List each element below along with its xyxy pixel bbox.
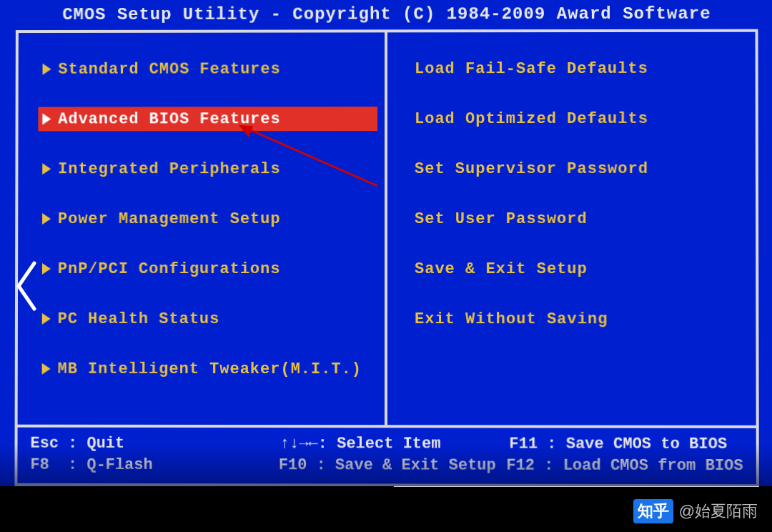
menu-pc-health-status[interactable]: PC Health Status	[38, 307, 377, 331]
footer-f11: F11 : Save CMOS to BIOS	[509, 433, 743, 455]
footer-esc: Esc : Quit	[30, 433, 279, 455]
menu-label: PnP/PCI Configurations	[58, 260, 281, 277]
footer-f12: F12 : Load CMOS from BIOS	[506, 455, 743, 478]
menu-set-user-password[interactable]: Set User Password	[407, 207, 748, 231]
menu-load-optimized-defaults[interactable]: Load Optimized Defaults	[407, 107, 748, 131]
bios-footer: Esc : Quit ↑↓→←: Select Item F11 : Save …	[17, 425, 756, 485]
menu-set-supervisor-password[interactable]: Set Supervisor Password	[407, 157, 748, 181]
triangle-icon	[43, 64, 51, 75]
bios-title: CMOS Setup Utility - Copyright (C) 1984-…	[1, 0, 772, 30]
menu-pnp-pci-configurations[interactable]: PnP/PCI Configurations	[38, 257, 377, 281]
triangle-icon	[42, 213, 51, 225]
menu-label: Advanced BIOS Features	[58, 110, 280, 128]
menu-label: Save & Exit Setup	[415, 260, 588, 278]
triangle-icon	[42, 313, 51, 325]
menu-right-column: Load Fail-Safe Defaults Load Optimized D…	[387, 32, 756, 425]
triangle-icon	[42, 163, 51, 174]
menu-label: MB Intelligent Tweaker(M.I.T.)	[58, 360, 362, 378]
menu-label: Standard CMOS Features	[58, 60, 280, 78]
menu-label: Power Management Setup	[58, 210, 281, 228]
menu-integrated-peripherals[interactable]: Integrated Peripherals	[38, 157, 377, 181]
menu-label: Integrated Peripherals	[58, 160, 281, 178]
menu-exit-without-saving[interactable]: Exit Without Saving	[407, 307, 748, 331]
menu-label: Set Supervisor Password	[415, 159, 648, 177]
menu-advanced-bios-features[interactable]: Advanced BIOS Features	[38, 107, 377, 131]
menu-label: PC Health Status	[58, 310, 220, 327]
triangle-icon	[42, 363, 51, 375]
bios-screen: CMOS Setup Utility - Copyright (C) 1984-…	[0, 0, 772, 486]
menu-save-exit-setup[interactable]: Save & Exit Setup	[407, 257, 748, 281]
bios-main-box: Standard CMOS Features Advanced BIOS Fea…	[14, 29, 759, 488]
footer-f10: F10 : Save & Exit Setup	[279, 455, 507, 477]
footer-row-1: Esc : Quit ↑↓→←: Select Item F11 : Save …	[30, 433, 743, 455]
menu-power-management-setup[interactable]: Power Management Setup	[38, 207, 377, 231]
footer-f8: F8 : Q-Flash	[30, 455, 278, 477]
menu-mb-intelligent-tweaker[interactable]: MB Intelligent Tweaker(M.I.T.)	[38, 357, 377, 381]
watermark-text: @始夏陌雨	[679, 501, 758, 522]
menu-label: Set User Password	[415, 210, 588, 227]
bios-columns: Standard CMOS Features Advanced BIOS Fea…	[18, 32, 756, 425]
zhihu-logo: 知乎	[633, 499, 673, 523]
triangle-icon	[42, 263, 51, 275]
menu-label: Load Fail-Safe Defaults	[415, 59, 648, 77]
menu-load-fail-safe-defaults[interactable]: Load Fail-Safe Defaults	[407, 56, 748, 81]
menu-label: Exit Without Saving	[415, 310, 608, 328]
menu-label: Load Optimized Defaults	[415, 109, 648, 127]
menu-left-column: Standard CMOS Features Advanced BIOS Fea…	[18, 32, 387, 425]
footer-arrows: ↑↓→←: Select Item	[280, 433, 509, 455]
watermark: 知乎 @始夏陌雨	[633, 499, 758, 523]
menu-standard-cmos-features[interactable]: Standard CMOS Features	[39, 56, 377, 81]
triangle-icon	[42, 114, 51, 125]
footer-row-2: F8 : Q-Flash F10 : Save & Exit Setup F12…	[30, 455, 743, 477]
